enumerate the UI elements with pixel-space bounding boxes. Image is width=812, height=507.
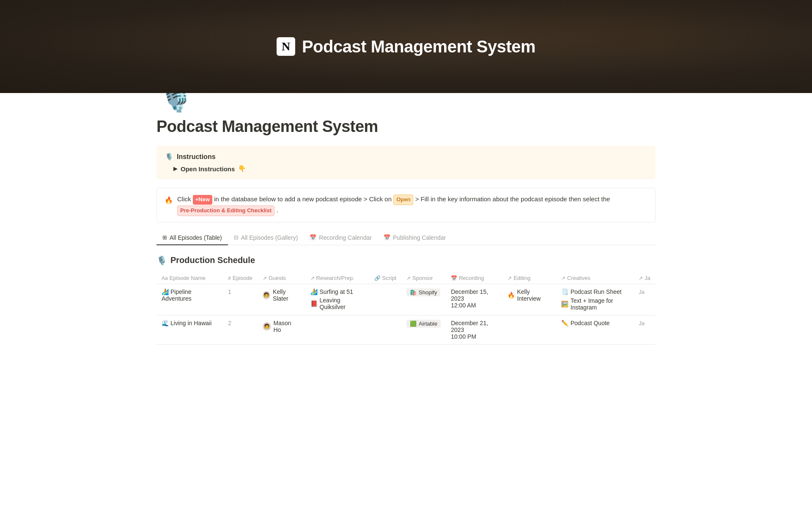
research-item[interactable]: 🏄Surfing at 51: [310, 288, 364, 295]
table-icon: ⊞: [162, 234, 167, 241]
editing-label: Kelly Interview: [517, 288, 551, 302]
tab-publishing-calendar[interactable]: 📅 Publishing Calendar: [378, 231, 452, 245]
guest-name: Mason Ho: [274, 320, 300, 333]
col-recording: 📅Recording: [446, 272, 502, 284]
badge-new: +New: [193, 195, 212, 205]
guest-name: Kelly Slater: [273, 288, 300, 302]
cell-research: 🏄Surfing at 51📕Leaving Quiksilver: [305, 284, 369, 315]
sponsor-icon: 🛍️: [410, 289, 417, 296]
hero-title: N Podcast Management System: [277, 37, 535, 56]
editing-icon: 🔥: [508, 292, 515, 299]
creative-item[interactable]: 🖼️Text + Image for Instagram: [561, 297, 628, 311]
tab-all-episodes-table[interactable]: ⊞ All Episodes (Table): [156, 231, 228, 245]
guest-avatar: 🧑: [263, 322, 271, 331]
cell-creatives: 🗒️Podcast Run Sheet🖼️Text + Image for In…: [556, 284, 634, 315]
section-icon: 🎙️: [156, 255, 167, 266]
page-content: 🎙️ Podcast Management System 🎙️ Instruct…: [131, 80, 681, 370]
col-ja: ↗Ja: [634, 272, 656, 284]
research-label: Surfing at 51: [320, 288, 353, 295]
tab-label-1: All Episodes (Gallery): [241, 234, 298, 241]
col-episode-num: #Episode: [223, 272, 258, 284]
creative-label: Podcast Run Sheet: [571, 288, 622, 295]
creative-label: Text + Image for Instagram: [571, 297, 628, 311]
section-title: 🎙️ Production Schedule: [156, 255, 656, 266]
table-header-row: AaEpisode Name #Episode ↗Guests ↗Researc…: [156, 272, 656, 284]
instructions-icon: 🎙️: [165, 153, 173, 161]
col-guests: ↗Guests: [258, 272, 305, 284]
research-icon: 📕: [310, 300, 318, 307]
col-editing: ↗Editing: [502, 272, 556, 284]
col-episode-name: AaEpisode Name: [156, 272, 223, 284]
table-row[interactable]: 🌊Living in Hawaii2🧑Mason Ho🟩AirtableDece…: [156, 315, 656, 344]
cell-research: [305, 315, 369, 344]
episode-icon: 🏄: [162, 288, 169, 295]
creative-item[interactable]: ✏️Podcast Quote: [561, 320, 628, 326]
tabs-bar: ⊞ All Episodes (Table) ⊟ All Episodes (G…: [156, 231, 656, 245]
recording-date: December 21, 202310:00 PM: [451, 320, 497, 340]
tab-label-2: Recording Calendar: [319, 234, 372, 241]
col-research: ↗Research/Prep.: [305, 272, 369, 284]
calendar-icon-1: 📅: [310, 234, 316, 241]
sponsor-name: Airtable: [419, 321, 437, 327]
guest-avatar: 🧑: [263, 291, 270, 299]
col-sponsor: ↗Sponsor: [401, 272, 446, 284]
guest-cell: 🧑Mason Ho: [263, 320, 300, 333]
episode-number: 2: [228, 320, 231, 326]
info-callout-text: Click +New in the database below to add …: [177, 194, 647, 216]
research-label: Leaving Quiksilver: [320, 297, 364, 310]
creative-icon: 🖼️: [561, 301, 568, 307]
cell-episode-number: 2: [223, 315, 258, 344]
info-text-1: Click: [177, 195, 191, 203]
toggle-row[interactable]: ▶ Open Instructions 👇: [165, 165, 647, 173]
cell-episode-number: 1: [223, 284, 258, 315]
badge-pre-prod: Pre-Production & Editing Checklist: [177, 206, 274, 216]
cell-script: [369, 315, 401, 344]
table-row[interactable]: 🏄Pipeline Adventures1🧑Kelly Slater🏄Surfi…: [156, 284, 656, 315]
instructions-callout: 🎙️ Instructions ▶ Open Instructions 👇: [156, 146, 656, 179]
editing-item[interactable]: 🔥Kelly Interview: [508, 288, 551, 302]
creatives-list: ✏️Podcast Quote: [561, 320, 628, 326]
episode-name-text: Living in Hawaii: [170, 320, 211, 326]
cell-ja: Ja: [634, 315, 656, 344]
info-callout: 🔥 Click +New in the database below to ad…: [156, 188, 656, 222]
creative-item[interactable]: 🗒️Podcast Run Sheet: [561, 288, 628, 295]
toggle-arrow: ▶: [173, 166, 177, 172]
tab-label-3: Publishing Calendar: [393, 234, 446, 241]
col-script: 🔗Script: [369, 272, 401, 284]
badge-open: Open: [393, 195, 413, 205]
fire-icon: 🔥: [165, 195, 173, 206]
ja-value: Ja: [639, 320, 645, 326]
creative-icon: ✏️: [561, 320, 568, 326]
creative-label: Podcast Quote: [571, 320, 610, 326]
cell-script: [369, 284, 401, 315]
cell-creatives: ✏️Podcast Quote: [556, 315, 634, 344]
sponsor-badge[interactable]: 🟩Airtable: [406, 320, 441, 328]
info-text-3: > Fill in the key information about the …: [415, 195, 610, 203]
guest-cell: 🧑Kelly Slater: [263, 288, 300, 302]
cell-episode-name: 🌊Living in Hawaii: [156, 315, 223, 344]
episodes-table: AaEpisode Name #Episode ↗Guests ↗Researc…: [156, 272, 656, 345]
sponsor-badge[interactable]: 🛍️Shopify: [406, 288, 440, 296]
instructions-header: 🎙️ Instructions: [165, 153, 647, 161]
tab-label-0: All Episodes (Table): [170, 234, 222, 241]
recording-date: December 15, 202312:00 AM: [451, 288, 497, 309]
cell-sponsor: 🛍️Shopify: [401, 284, 446, 315]
toggle-label: Open Instructions: [181, 165, 235, 173]
section-title-text: Production Schedule: [170, 255, 255, 265]
creatives-list: 🗒️Podcast Run Sheet🖼️Text + Image for In…: [561, 288, 628, 311]
research-item[interactable]: 📕Leaving Quiksilver: [310, 297, 364, 310]
col-creatives: ↗Creatives: [556, 272, 634, 284]
gallery-icon: ⊟: [234, 234, 239, 241]
page-title: Podcast Management System: [156, 118, 656, 136]
calendar-icon-2: 📅: [384, 234, 390, 241]
cell-recording: December 15, 202312:00 AM: [446, 284, 502, 315]
toggle-emoji: 👇: [238, 165, 246, 173]
hero-banner: N Podcast Management System: [0, 0, 812, 93]
instructions-label: Instructions: [177, 153, 216, 161]
cell-ja: Ja: [634, 284, 656, 315]
notion-logo: N: [277, 37, 295, 56]
cell-editing: 🔥Kelly Interview: [502, 284, 556, 315]
ja-value: Ja: [639, 289, 645, 295]
tab-recording-calendar[interactable]: 📅 Recording Calendar: [304, 231, 378, 245]
tab-all-episodes-gallery[interactable]: ⊟ All Episodes (Gallery): [228, 231, 304, 245]
